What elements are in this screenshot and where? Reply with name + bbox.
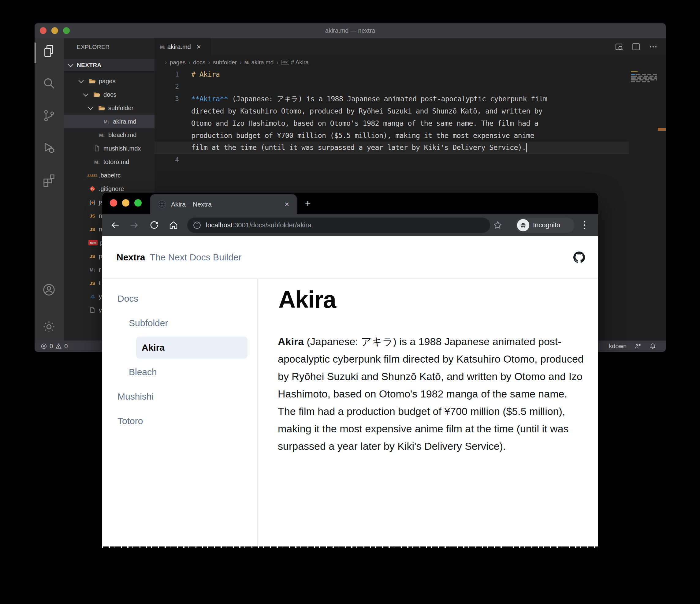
- folder-icon: [93, 91, 101, 99]
- search-icon[interactable]: [42, 76, 56, 90]
- code-text: production budget of ¥700 million ($5.5 …: [191, 131, 534, 140]
- explorer-title: EXPLORER: [77, 44, 109, 50]
- tree-item-label: n: [99, 212, 102, 219]
- tree-item-label: y: [99, 307, 102, 313]
- vscode-titlebar[interactable]: akira.md — nextra: [34, 23, 666, 38]
- code-line: 3 **Akira** (Japanese: アキラ) is a 1988 Ja…: [154, 93, 629, 105]
- gear-icon[interactable]: [42, 320, 56, 334]
- zoom-window-button[interactable]: [134, 199, 142, 206]
- feedback-icon[interactable]: [634, 343, 642, 350]
- window-bottom-artifact: [102, 547, 598, 551]
- account-icon[interactable]: [42, 283, 56, 297]
- tree-item[interactable]: M↓ BABEL: [64, 169, 154, 182]
- bookmark-star-icon[interactable]: [493, 220, 503, 230]
- workspace-name: NEXTRA: [77, 62, 102, 69]
- split-editor-icon[interactable]: [631, 42, 641, 51]
- run-debug-icon[interactable]: [42, 141, 56, 155]
- incognito-icon: [517, 219, 529, 231]
- window-controls: [110, 199, 142, 206]
- code-line: 4: [154, 154, 629, 166]
- tree-item-label: n: [99, 226, 102, 233]
- close-window-button[interactable]: [110, 199, 117, 206]
- problems-indicator[interactable]: 0 0: [41, 343, 68, 350]
- markdown-icon: M↓: [102, 118, 110, 125]
- markdown-icon: M↓: [93, 158, 101, 166]
- new-tab-button[interactable]: +: [303, 198, 313, 209]
- sidebar-nav-item[interactable]: Docs: [102, 287, 254, 310]
- page-title: Akira: [278, 287, 336, 311]
- explorer-icon[interactable]: [42, 44, 56, 58]
- bell-icon[interactable]: [649, 343, 656, 350]
- tree-item[interactable]: M↓ BABEL: [64, 128, 154, 142]
- close-tab-icon[interactable]: ✕: [284, 201, 290, 208]
- tree-item[interactable]: M↓ BABEL: [64, 101, 154, 115]
- code-text: directed by Katsuhiro Otomo, produced by…: [191, 107, 543, 115]
- tree-item[interactable]: M↓ BABEL: [64, 115, 154, 128]
- chevron-down-icon: [68, 61, 73, 67]
- minimize-window-button[interactable]: [122, 199, 129, 206]
- docs-sidebar: Docs Subfolder Akira Bleach Mushishi Tot…: [102, 278, 257, 547]
- code-line: 2: [154, 80, 629, 93]
- site-info-icon[interactable]: [193, 221, 202, 230]
- minimap[interactable]: [630, 68, 657, 135]
- url-bar[interactable]: localhost:3001/docs/subfolder/akira: [187, 218, 490, 233]
- source-control-icon[interactable]: [42, 109, 56, 123]
- error-count: 0: [50, 343, 53, 350]
- browser-menu-icon[interactable]: [584, 221, 585, 229]
- code-line: film at the time (until it was surpassed…: [154, 142, 629, 154]
- github-icon[interactable]: [573, 252, 585, 263]
- code-text: (Japanese: アキラ) is a 1988 Japanese anima…: [228, 95, 547, 103]
- folder-icon: [98, 104, 106, 112]
- language-mode[interactable]: kdown: [609, 343, 627, 350]
- tree-item-label: totoro.md: [103, 158, 129, 166]
- more-actions-icon[interactable]: [649, 42, 658, 51]
- page-paragraph: Akira (Japanese: アキラ) is a 1988 Japanese…: [278, 333, 585, 455]
- line-number: 3: [154, 95, 179, 102]
- tree-item-label: pages: [99, 78, 116, 85]
- json-icon: {◆}: [89, 198, 96, 206]
- markdown-icon: M↓: [89, 266, 96, 274]
- folder-icon: [89, 77, 96, 85]
- tree-item[interactable]: M↓ BABEL: [64, 74, 154, 88]
- tree-item[interactable]: M↓ BABEL: [64, 142, 154, 155]
- site-brand[interactable]: Nextra: [117, 252, 145, 262]
- sidebar-nav-item[interactable]: Akira: [136, 336, 248, 359]
- file-icon: [93, 145, 101, 152]
- code-line: Otomo and Izo Hashimoto, based on Otomo'…: [154, 117, 629, 129]
- tree-item-label: bleach.md: [108, 131, 136, 139]
- sidebar-nav-item[interactable]: Totoro: [102, 410, 254, 432]
- forward-icon[interactable]: [129, 220, 140, 231]
- markdown-icon: M↓: [98, 131, 106, 139]
- incognito-label: Incognito: [533, 221, 560, 229]
- globe-favicon: [157, 200, 167, 209]
- warning-count: 0: [64, 343, 68, 350]
- tree-item[interactable]: M↓ BABEL: [64, 155, 154, 169]
- back-icon[interactable]: [109, 220, 121, 231]
- extensions-icon[interactable]: [42, 173, 56, 187]
- js-icon: JS: [89, 212, 96, 220]
- tab-title: Akira – Nextra: [171, 201, 284, 208]
- code-line: directed by Katsuhiro Otomo, produced by…: [154, 105, 629, 117]
- incognito-badge: Incognito: [516, 218, 575, 233]
- sidebar-nav-item[interactable]: Bleach: [102, 361, 254, 383]
- tree-item-label: akira.md: [113, 118, 136, 125]
- web-page: Nextra The Next Docs Builder Docs Subfol…: [102, 236, 598, 547]
- tree-item-label: mushishi.mdx: [103, 145, 141, 152]
- site-header: Nextra The Next Docs Builder: [102, 236, 598, 279]
- overview-ruler-mark: [658, 128, 666, 131]
- yarn-icon: [89, 293, 96, 300]
- npm-icon: npm: [89, 240, 98, 245]
- window-title: akira.md — nextra: [34, 23, 666, 38]
- browser-titlebar[interactable]: Akira – Nextra ✕ +: [102, 193, 598, 214]
- browser-tab[interactable]: Akira – Nextra ✕: [150, 194, 297, 214]
- sidebar-nav-item[interactable]: Subfolder: [102, 312, 254, 334]
- tree-item-label: docs: [103, 91, 116, 98]
- reload-icon[interactable]: [149, 220, 160, 231]
- js-icon: JS: [89, 279, 96, 287]
- line-number: 2: [154, 83, 179, 90]
- workspace-header[interactable]: NEXTRA: [64, 59, 154, 71]
- home-icon[interactable]: [168, 220, 179, 231]
- code-text: film at the time (until it was surpassed…: [191, 144, 526, 151]
- tree-item[interactable]: M↓ BABEL: [64, 88, 154, 101]
- sidebar-nav-item[interactable]: Mushishi: [102, 385, 254, 407]
